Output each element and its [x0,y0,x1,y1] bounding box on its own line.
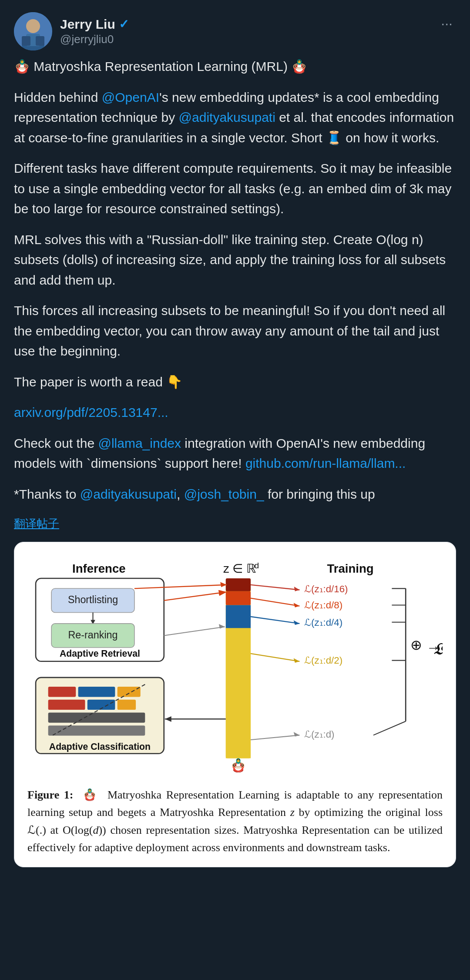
total-loss: 𝔏(z) [433,640,443,658]
more-options-button[interactable]: ··· [437,12,456,35]
mention-llama-index[interactable]: @llama_index [98,436,181,450]
training-label: Training [327,562,373,576]
svg-rect-5 [36,36,44,46]
loss-d16: ℒ(z₁:d/16) [304,584,348,594]
paragraph-4: This forces all increasing subsets to be… [14,301,456,362]
z-label: z ∈ ℝ [223,562,256,576]
tweet-body: 🪆 Matryoshka Representation Learning (MR… [14,57,456,532]
mention-openai[interactable]: @OpenAI [102,90,159,104]
svg-point-1 [26,19,40,33]
avatar[interactable] [14,12,52,50]
shortlisting-label: Shortlisting [68,594,118,606]
svg-rect-13 [48,687,76,697]
figure-diagram: Inference Shortlisting Re-ranking Adapti… [27,555,443,779]
avatar-image [14,12,52,50]
tweet-header-left: Jerry Liu ✓ @jerryjliu0 [14,12,129,50]
figure-label: Figure 1: [27,789,73,801]
mention-adityakusupati-2[interactable]: @adityakusupati [80,487,177,501]
loss-d2: ℒ(z₁:d/2) [304,655,342,666]
paragraph-2: Different tasks have different compute r… [14,158,456,219]
inference-label: Inference [72,562,125,576]
svg-rect-27 [226,679,251,758]
svg-rect-14 [78,687,115,697]
svg-rect-19 [48,713,145,723]
loss-d4: ℒ(z₁:d/4) [304,617,342,628]
tweet-container: Jerry Liu ✓ @jerryjliu0 ··· 🪆 Matryoshka… [0,0,470,867]
svg-rect-20 [48,725,145,735]
tweet-header: Jerry Liu ✓ @jerryjliu0 ··· [14,12,456,50]
paragraph-5: The paper is worth a read 👇 [14,372,456,393]
paragraph-8: *Thanks to @adityakusupati, @josh_tobin_… [14,484,456,505]
loss-d8: ℒ(z₁:d/8) [304,600,342,611]
sum-symbol: ⊕ [410,638,422,653]
adaptive-classification-label: Adaptive Classification [49,742,151,752]
verified-badge: ✓ [119,17,129,31]
doll-emoji: 🪆 [230,758,247,773]
figure-caption: Figure 1: 🪆 Matryoshka Representation Le… [27,786,443,856]
github-link[interactable]: github.com/run-llama/llam... [245,456,406,470]
display-name[interactable]: Jerry Liu ✓ [60,17,129,32]
username[interactable]: @jerryjliu0 [60,33,129,46]
svg-rect-4 [22,36,30,46]
paragraph-1: Hidden behind @OpenAI's new embedding up… [14,87,456,148]
mention-josh-tobin[interactable]: @josh_tobin_ [184,487,264,501]
figure-card: Inference Shortlisting Re-ranking Adapti… [14,542,456,867]
paragraph-7: Check out the @llama_index integration w… [14,433,456,474]
figure-caption-text: Matryoshka Representation Learning is ad… [27,789,443,854]
arxiv-link[interactable]: arxiv.org/pdf/2205.13147... [14,403,456,423]
loss-d: ℒ(z₁:d) [304,729,334,740]
name-text: Jerry Liu [60,17,115,32]
svg-rect-23 [226,578,251,591]
svg-rect-16 [48,700,85,710]
translate-link[interactable]: 翻译帖子 [14,515,456,532]
d-superscript: d [255,561,259,570]
title-line: 🪆 Matryoshka Representation Learning (MR… [14,57,456,77]
svg-rect-15 [118,687,141,697]
reranking-label: Re-ranking [68,629,118,641]
adaptive-retrieval-label: Adaptive Retrieval [60,648,140,659]
arxiv-url[interactable]: arxiv.org/pdf/2205.13147... [14,405,168,420]
svg-rect-18 [118,700,136,710]
user-info: Jerry Liu ✓ @jerryjliu0 [60,17,129,46]
paragraph-3: MRL solves this with a "Russian-doll" li… [14,230,456,291]
svg-rect-26 [226,628,251,679]
svg-rect-25 [226,605,251,628]
svg-rect-24 [226,591,251,605]
mention-adityakusupati[interactable]: @adityakusupati [179,110,275,124]
